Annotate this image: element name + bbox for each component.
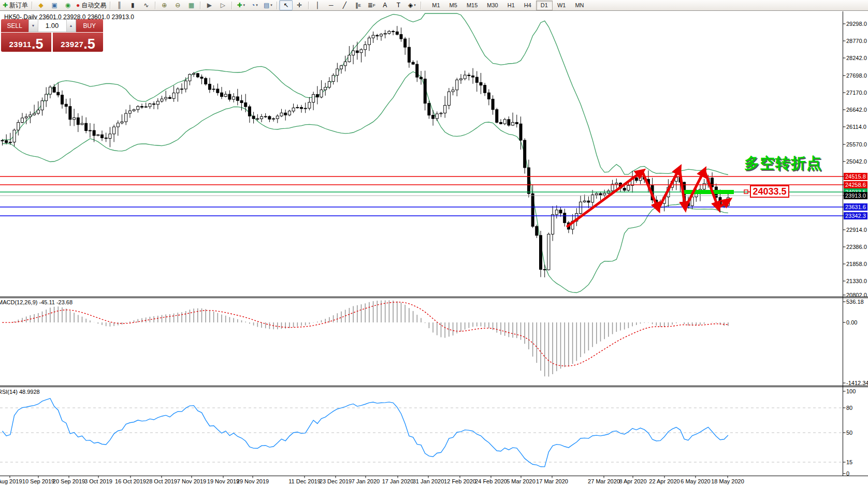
zoom-in-button[interactable]: ⊕ bbox=[157, 0, 171, 10]
icon-sub-letter: F bbox=[373, 3, 375, 8]
sell-price-main: 23911 bbox=[9, 40, 32, 49]
volume-decrease-button[interactable]: ▼ bbox=[29, 20, 38, 32]
auto-trading-button[interactable]: ●自动交易 bbox=[75, 0, 108, 10]
new-order-button[interactable]: ✚新订单 bbox=[1, 0, 30, 10]
axis-tick-label: 21330.0 bbox=[846, 278, 867, 284]
date-axis-label: 24 Feb 2020 bbox=[475, 478, 507, 484]
axis-tick-label: 0 bbox=[846, 470, 849, 477]
axis-tick-label: 80 bbox=[846, 405, 852, 411]
date-axis-label: 27 Mar 2020 bbox=[588, 478, 620, 484]
fibonacci-button[interactable]: ≣F bbox=[365, 0, 378, 10]
dropdown-arrow-icon[interactable]: ▾ bbox=[414, 3, 416, 7]
toolbar-separator bbox=[277, 2, 277, 9]
chart-shift-icon: ▶ bbox=[207, 2, 212, 8]
toolbar-separator bbox=[232, 2, 232, 9]
bar-chart-button[interactable]: ║ bbox=[112, 0, 126, 10]
arrows-icon: ◈ bbox=[408, 2, 413, 8]
price-level-label-box[interactable]: 24033.5 bbox=[750, 185, 789, 198]
one-click-trading-panel: SELL ▼ ▲ BUY 23911 .5 23927 .5 bbox=[1, 19, 103, 52]
dropdown-arrow-icon[interactable]: ▾ bbox=[256, 3, 258, 7]
price-marker-label: 23631.6 bbox=[844, 203, 867, 211]
timeframe-d1[interactable]: D1 bbox=[536, 1, 553, 10]
axis-tick-label: 26114.0 bbox=[846, 124, 866, 130]
date-axis-label: 8 Apr 2020 bbox=[619, 478, 646, 484]
sell-button[interactable]: SELL bbox=[1, 19, 28, 32]
date-axis-label: 6 May 2020 bbox=[681, 478, 710, 484]
toolbar-separator bbox=[110, 2, 110, 9]
line-chart-icon: ∿ bbox=[143, 2, 149, 8]
timeframe-m30[interactable]: M30 bbox=[482, 1, 502, 10]
templates-button[interactable]: ▤▾ bbox=[261, 0, 274, 10]
text-button[interactable]: A bbox=[378, 0, 392, 10]
line-chart-button[interactable]: ∿ bbox=[139, 0, 153, 10]
date-axis-label: 18 May 2020 bbox=[711, 478, 744, 484]
profile-button[interactable]: ◆ bbox=[34, 0, 48, 10]
timeframe-m1[interactable]: M1 bbox=[427, 1, 444, 10]
candle-chart-button[interactable]: ▮ bbox=[126, 0, 139, 10]
date-axis-label: 23 Dec 2019 bbox=[320, 478, 352, 484]
axis-tick-label: 22386.0 bbox=[846, 244, 867, 250]
sell-price-button[interactable]: 23911 .5 bbox=[1, 33, 51, 52]
timeframe-h4[interactable]: H4 bbox=[519, 1, 536, 10]
crosshair-button[interactable]: ✛ bbox=[293, 0, 306, 10]
axis-tick-label: 0.00 bbox=[846, 319, 857, 326]
timeframe-h1[interactable]: H1 bbox=[503, 1, 519, 10]
bollinger-upper-band bbox=[3, 13, 728, 175]
text-label-button[interactable]: T bbox=[392, 0, 405, 10]
toolbar: ✚新订单◆▣◉●自动交易║▮∿⊕⊖▦▶▷✚▾◔▾▤▾↖✛│─╱∥E≣FAT◈▾M… bbox=[0, 0, 868, 11]
date-axis-label: 5 Mar 2020 bbox=[507, 478, 536, 484]
volume-increase-button[interactable]: ▲ bbox=[66, 20, 76, 32]
indicators-button[interactable]: ✚▾ bbox=[234, 0, 248, 10]
axis-tick-label: 22914.0 bbox=[846, 227, 867, 233]
equidistant-channel-button[interactable]: ∥E bbox=[351, 0, 365, 10]
open-chart-button[interactable]: ▣ bbox=[48, 0, 61, 10]
trendline-button[interactable]: ╱ bbox=[338, 0, 351, 10]
rsi-indicator-label: RSI(14) 48.9928 bbox=[0, 389, 40, 395]
auto-scroll-icon: ▷ bbox=[221, 2, 225, 8]
axis-tick-label: 536.18 bbox=[846, 299, 864, 305]
support-zone-bar bbox=[682, 190, 734, 194]
axis-tick-label: 25042.0 bbox=[846, 158, 867, 165]
buy-price-main: 23927 bbox=[61, 40, 83, 49]
tile-windows-button[interactable]: ▦ bbox=[184, 0, 198, 10]
date-axis-label: 11 Dec 2019 bbox=[288, 478, 321, 484]
horizontal-line-button[interactable]: ─ bbox=[324, 0, 338, 10]
timeframe-mn[interactable]: MN bbox=[570, 1, 588, 10]
turning-point-annotation-text[interactable]: 多空转折点 bbox=[744, 153, 822, 174]
date-axis-label: 17 Mar 2020 bbox=[536, 478, 568, 484]
date-axis-label: 12 Feb 2020 bbox=[444, 478, 476, 484]
price-marker-label: 23913.0 bbox=[844, 192, 867, 199]
arrows-button[interactable]: ◈▾ bbox=[405, 0, 418, 10]
signals-button[interactable]: ◉ bbox=[61, 0, 75, 10]
timeframe-m15[interactable]: M15 bbox=[462, 1, 482, 10]
chart-canvas[interactable] bbox=[0, 0, 868, 487]
buy-button[interactable]: BUY bbox=[76, 19, 104, 32]
cursor-button[interactable]: ↖ bbox=[279, 0, 293, 10]
rsi-pane bbox=[0, 399, 843, 467]
chart-shift-button[interactable]: ▶ bbox=[202, 0, 216, 10]
buy-price-button[interactable]: 23927 .5 bbox=[53, 33, 103, 52]
periods-button[interactable]: ◔▾ bbox=[248, 0, 261, 10]
toolbar-separator bbox=[32, 2, 32, 9]
timeframe-w1[interactable]: W1 bbox=[553, 1, 571, 10]
zoom-out-button[interactable]: ⊖ bbox=[171, 0, 184, 10]
vertical-line-button[interactable]: │ bbox=[311, 0, 324, 10]
axis-tick-label: 20802.0 bbox=[846, 292, 867, 298]
dropdown-arrow-icon[interactable]: ▾ bbox=[243, 3, 245, 7]
date-axis-label: 10 Sep 2019 bbox=[22, 478, 54, 484]
toolbar-separator bbox=[200, 2, 200, 9]
macd-pane bbox=[3, 300, 728, 376]
dropdown-arrow-icon[interactable]: ▾ bbox=[270, 3, 272, 7]
tile-windows-icon: ▦ bbox=[189, 2, 194, 8]
date-axis-label: 7 Jan 2020 bbox=[352, 478, 380, 484]
price-marker-label: 23342.3 bbox=[844, 212, 867, 219]
horizontal-line-icon: ─ bbox=[329, 2, 334, 8]
cursor-icon: ↖ bbox=[283, 2, 288, 8]
indicators-icon: ✚ bbox=[237, 2, 242, 8]
axis-tick-label: 28242.0 bbox=[846, 55, 867, 61]
axis-tick-label: -1412.34 bbox=[846, 380, 868, 386]
volume-input[interactable] bbox=[38, 20, 66, 32]
text-label-icon: T bbox=[397, 2, 400, 8]
auto-scroll-button[interactable]: ▷ bbox=[216, 0, 229, 10]
timeframe-m5[interactable]: M5 bbox=[445, 1, 462, 10]
